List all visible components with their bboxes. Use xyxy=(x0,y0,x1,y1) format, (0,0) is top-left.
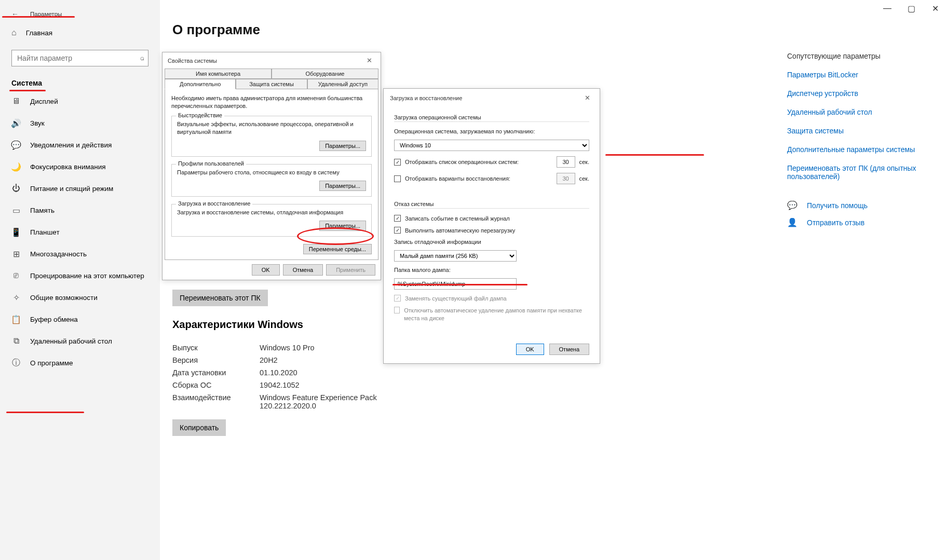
sidebar-icon: 🔊 xyxy=(11,118,21,128)
related-title: Сопутствующие параметры xyxy=(787,52,917,60)
sidebar-item-11[interactable]: ⧉Удаленный рабочий стол xyxy=(0,330,160,352)
related-link-3[interactable]: Защита системы xyxy=(787,127,917,135)
specs-row: ВыпускWindows 10 Pro xyxy=(172,342,395,354)
boot-section2: Отказ системы xyxy=(394,201,589,209)
performance-settings-button[interactable]: Параметры... xyxy=(319,141,366,151)
sidebar-item-0[interactable]: 🖥Дисплей xyxy=(0,90,160,112)
sidebar-icon: ⓘ xyxy=(11,358,21,367)
specs-value: Windows 10 Pro xyxy=(260,344,315,352)
sidebar-item-12[interactable]: ⓘО программе xyxy=(0,352,160,374)
related-link-5[interactable]: Переименовать этот ПК (для опытных польз… xyxy=(787,164,917,181)
home-label: Главная xyxy=(26,29,52,37)
sidebar-item-label: Общие возможности xyxy=(30,294,98,302)
related-link-2[interactable]: Удаленный рабочий стол xyxy=(787,108,917,116)
sidebar-item-3[interactable]: 🌙Фокусировка внимания xyxy=(0,156,160,177)
home-icon: ⌂ xyxy=(11,28,17,37)
boot-footer: OK Отмена xyxy=(384,335,600,363)
default-os-select[interactable]: Windows 10 xyxy=(394,140,589,151)
tab-hardware[interactable]: Оборудование xyxy=(272,69,378,79)
specs-row: ВзаимодействиеWindows Feature Experience… xyxy=(172,391,395,412)
startup-recovery-settings-button[interactable]: Параметры... xyxy=(319,221,366,231)
sidebar-item-label: Многозадачность xyxy=(30,250,87,258)
annotation-underline-system xyxy=(9,90,46,91)
sidebar-item-2[interactable]: 💬Уведомления и действия xyxy=(0,134,160,156)
related-link-1[interactable]: Диспетчер устройств xyxy=(787,89,917,98)
sidebar-item-10[interactable]: 📋Буфер обмена xyxy=(0,308,160,330)
rename-pc-button[interactable]: Переименовать этот ПК xyxy=(172,290,268,306)
specs-key: Дата установки xyxy=(172,368,260,377)
get-help-link[interactable]: 💬Получить помощь xyxy=(787,200,917,210)
specs-value: 19042.1052 xyxy=(260,381,300,389)
os-list-timeout-spinner[interactable]: 30 xyxy=(557,156,575,168)
related-link-4[interactable]: Дополнительные параметры системы xyxy=(787,145,917,154)
debug-info-select[interactable]: Малый дамп памяти (256 КВ) xyxy=(394,250,517,262)
boot-cancel-button[interactable]: Отмена xyxy=(549,344,589,355)
sidebar-home[interactable]: ⌂ Главная xyxy=(0,19,160,45)
tab-advanced[interactable]: Дополнительно xyxy=(165,79,236,89)
copy-button[interactable]: Копировать xyxy=(172,419,226,436)
sidebar-item-label: Питание и спящий режим xyxy=(30,185,113,193)
sidebar-items: 🖥Дисплей🔊Звук💬Уведомления и действия🌙Фок… xyxy=(0,90,160,374)
write-event-checkbox[interactable]: ✓ xyxy=(394,215,401,222)
overwrite-dump-checkbox: ✓ xyxy=(394,295,401,302)
sidebar-item-6[interactable]: 📱Планшет xyxy=(0,221,160,243)
search-icon: ⌕ xyxy=(140,53,144,62)
sidebar-item-8[interactable]: ⎚Проецирование на этот компьютер xyxy=(0,265,160,286)
sidebar-item-1[interactable]: 🔊Звук xyxy=(0,112,160,134)
boot-close-icon[interactable]: ✕ xyxy=(581,93,593,103)
sidebar-item-label: О программе xyxy=(30,359,73,367)
sidebar-icon: ▭ xyxy=(11,206,21,215)
debug-info-label: Запись отладочной информации xyxy=(394,239,589,245)
sysprop-close-icon[interactable]: ✕ xyxy=(363,56,375,65)
feedback-link[interactable]: 👤Отправить отзыв xyxy=(787,217,917,227)
user-profiles-fieldset: Профили пользователей Параметры рабочего… xyxy=(171,164,372,197)
sidebar-section: Система xyxy=(0,74,160,90)
sidebar-icon: ⊞ xyxy=(11,249,21,258)
boot-titlebar[interactable]: Загрузка и восстановление ✕ xyxy=(384,89,600,107)
sidebar-icon: ⏻ xyxy=(11,184,21,193)
auto-restart-checkbox[interactable]: ✓ xyxy=(394,227,401,234)
sysprop-titlebar[interactable]: Свойства системы ✕ xyxy=(163,52,381,69)
annotation-underline-adv-params xyxy=(605,154,704,156)
related-link-0[interactable]: Параметры BitLocker xyxy=(787,71,917,79)
feedback-icon: 👤 xyxy=(787,217,797,227)
sidebar-item-4[interactable]: ⏻Питание и спящий режим xyxy=(0,177,160,199)
sidebar-item-label: Фокусировка внимания xyxy=(30,163,106,171)
specs-row: Дата установки01.10.2020 xyxy=(172,366,395,379)
env-vars-button[interactable]: Переменные среды... xyxy=(303,244,372,254)
sysprop-footer: OK Отмена Применить xyxy=(163,260,381,280)
sidebar-item-label: Уведомления и действия xyxy=(30,141,112,149)
boot-recovery-dialog: Загрузка и восстановление ✕ Загрузка опе… xyxy=(383,88,600,364)
tab-system-protection[interactable]: Защита системы xyxy=(236,79,307,89)
sysprop-apply-button[interactable]: Применить xyxy=(326,264,375,276)
sysprop-desc: Необходимо иметь права администратора дл… xyxy=(171,94,372,111)
sidebar: ← Параметры ⌂ Главная ⌕ Система 🖥Дисплей… xyxy=(0,0,160,560)
sidebar-icon: 🌙 xyxy=(11,162,21,171)
show-os-list-checkbox[interactable]: ✓ xyxy=(394,159,401,166)
sidebar-icon: ⎚ xyxy=(11,271,21,280)
sidebar-item-9[interactable]: ✧Общие возможности xyxy=(0,286,160,308)
sidebar-item-7[interactable]: ⊞Многозадачность xyxy=(0,243,160,265)
specs-table: ВыпускWindows 10 ProВерсия20H2Дата устан… xyxy=(172,342,395,412)
default-os-label: Операционная система, загружаемая по умо… xyxy=(394,128,589,134)
sidebar-item-label: Удаленный рабочий стол xyxy=(30,337,112,345)
user-profiles-settings-button[interactable]: Параметры... xyxy=(319,181,366,191)
sidebar-item-5[interactable]: ▭Память xyxy=(0,199,160,221)
sidebar-icon: 💬 xyxy=(11,140,21,149)
boot-section1: Загрузка операционной системы xyxy=(394,114,589,122)
tab-remote[interactable]: Удаленный доступ xyxy=(307,79,378,89)
show-recovery-checkbox[interactable] xyxy=(394,175,401,182)
tab-computer-name[interactable]: Имя компьютера xyxy=(165,69,272,79)
search-input[interactable] xyxy=(11,50,148,66)
disable-auto-delete-checkbox xyxy=(394,307,400,313)
sysprop-ok-button[interactable]: OK xyxy=(252,264,280,276)
boot-ok-button[interactable]: OK xyxy=(516,344,544,355)
startup-recovery-fieldset: Загрузка и восстановление Загрузка и вос… xyxy=(171,204,372,237)
sidebar-icon: ⧉ xyxy=(11,336,21,346)
sysprop-cancel-button[interactable]: Отмена xyxy=(283,264,323,276)
help-icon: 💬 xyxy=(787,200,797,210)
sidebar-item-label: Планшет xyxy=(30,228,60,236)
sidebar-search: ⌕ xyxy=(11,50,148,66)
boot-body: Загрузка операционной системы Операционн… xyxy=(384,107,600,335)
sidebar-icon: 🖥 xyxy=(11,97,21,106)
